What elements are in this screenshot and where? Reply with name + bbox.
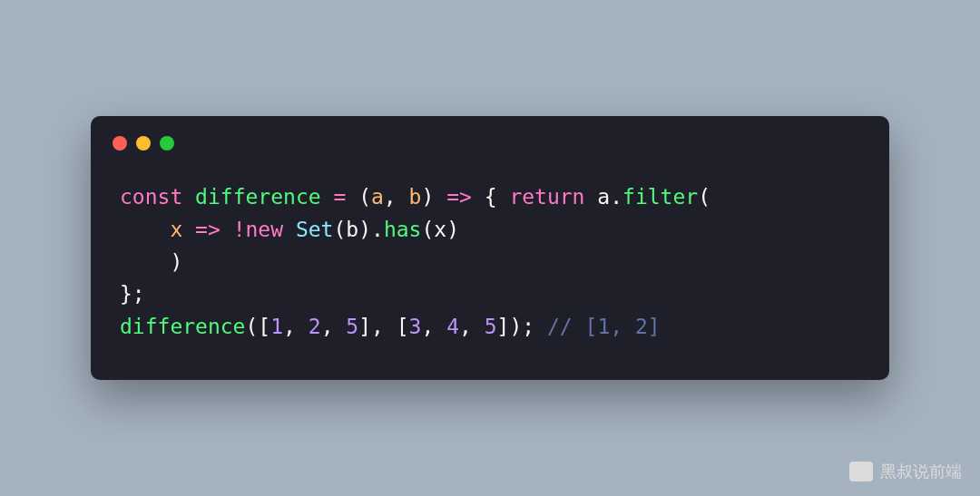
arrow: => [182,218,232,241]
function-call: difference [120,315,245,338]
operator: = [321,185,359,209]
method-filter: filter [622,185,698,209]
dot: . [371,218,384,241]
comma: , [371,315,397,338]
space [283,218,296,241]
brace: { [485,185,510,209]
paren: ) [170,250,182,274]
keyword-new: new [246,218,284,241]
keyword-const: const [120,185,182,209]
paren: ( [245,315,258,338]
indent [120,250,170,274]
paren: ( [333,218,346,241]
watermark: 黑叔说前端 [849,461,962,482]
param-b: b [409,185,422,209]
param-a: a [371,185,384,209]
comma: , [384,185,409,209]
close-icon [113,136,127,151]
param-x: x [170,218,182,241]
maximize-icon [160,136,174,151]
minimize-icon [136,136,151,151]
number: 5 [346,315,358,338]
code-window: const difference = (a, b) => { return a.… [91,116,889,379]
paren: ( [698,185,710,209]
paren: ( [421,218,434,241]
arrow: => [434,185,484,209]
bracket: [ [258,315,270,338]
var-a: a [597,185,610,209]
bracket: [ [397,315,409,338]
space [584,185,597,209]
paren: ) [358,218,371,241]
var-b: b [346,218,358,241]
number: 3 [409,315,422,338]
keyword-return: return [509,185,584,209]
number: 5 [485,315,497,338]
comment: // [1, 2] [547,315,661,338]
comma: , [459,315,485,338]
paren: ( [358,185,371,209]
comma: , [283,315,309,338]
paren: ) [421,185,434,209]
watermark-text: 黑叔说前端 [880,461,962,482]
function-name: difference [195,185,320,209]
number: 2 [309,315,321,338]
brace-close: }; [120,282,145,306]
bang: ! [233,218,246,241]
window-titlebar [91,116,889,160]
bracket: ] [497,315,510,338]
class-set: Set [296,218,334,241]
dot: . [610,185,622,209]
bracket: ] [358,315,371,338]
method-has: has [384,218,422,241]
space [534,315,547,338]
var-x: x [434,218,446,241]
wechat-icon [849,462,873,481]
paren: ); [509,315,534,338]
comma: , [421,315,446,338]
comma: , [321,315,347,338]
number: 1 [270,315,283,338]
number: 4 [446,315,459,338]
code-block: const difference = (a, b) => { return a.… [91,160,889,350]
indent [120,218,170,241]
paren: ) [446,218,459,241]
